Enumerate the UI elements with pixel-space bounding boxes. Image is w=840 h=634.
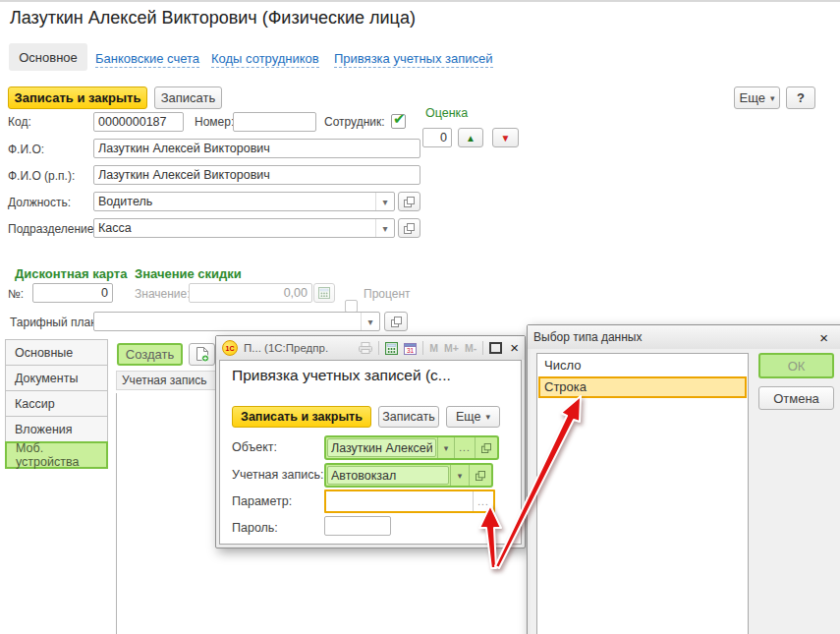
fio-genitive-field[interactable]	[93, 165, 420, 185]
object-open-button[interactable]	[475, 437, 497, 458]
chevron-down-icon[interactable]: ▾	[361, 313, 379, 330]
tab-account-bindings[interactable]: Привязка учетных записей	[334, 51, 493, 68]
cancel-button[interactable]: Отмена	[758, 386, 834, 410]
sidebar-item-mobile-devices[interactable]: Моб. устройства	[5, 441, 108, 469]
parameter-field-group[interactable]: ...	[324, 490, 495, 513]
position-label: Должность:	[8, 196, 71, 209]
tab-employee-codes[interactable]: Коды сотрудников	[211, 51, 319, 68]
rating-label: Оценка	[425, 106, 468, 120]
number-field[interactable]	[233, 112, 316, 132]
create-new-item-button[interactable]	[189, 343, 215, 366]
department-label: Подразделение:	[8, 222, 97, 236]
calendar-icon[interactable]: 31	[404, 342, 417, 355]
account-open-button[interactable]	[469, 465, 491, 486]
more-label: Еще	[456, 410, 480, 424]
account-label: Учетная запись:	[232, 468, 323, 482]
position-open-button[interactable]	[398, 192, 420, 211]
department-field[interactable]	[94, 219, 375, 237]
type-dialog-body: Число Строка ОК Отмена	[531, 349, 840, 634]
open-form-icon	[404, 197, 415, 207]
tariff-open-button[interactable]	[384, 312, 408, 331]
password-label: Пароль:	[232, 521, 278, 535]
type-list[interactable]: Число Строка	[536, 353, 749, 634]
binding-dialog-titlebar[interactable]: 1С П... (1С:Предпр. 31 M M+ M- ×	[216, 336, 525, 360]
percent-label: Процент	[364, 287, 411, 301]
arrow-down-icon: ▼	[501, 133, 511, 144]
code-label: Код:	[8, 115, 31, 129]
dialog-save-button[interactable]: Записать	[378, 406, 439, 428]
calculator-icon[interactable]	[385, 342, 398, 355]
titlebar-separator	[378, 341, 379, 355]
maximize-icon[interactable]	[489, 342, 502, 354]
help-button[interactable]: ?	[786, 86, 815, 109]
memory-plus-button[interactable]: M+	[444, 342, 459, 354]
object-label: Объект:	[232, 440, 277, 454]
tariff-combo[interactable]: ▾	[93, 312, 380, 331]
type-item-string[interactable]: Строка	[538, 376, 747, 398]
page-title: Лазуткин Алексей Викторович (Физические …	[10, 8, 416, 29]
parameter-ellipsis-button[interactable]: ...	[473, 491, 493, 511]
account-field[interactable]	[327, 466, 449, 485]
dialog-save-close-button[interactable]: Записать и закрыть	[232, 406, 371, 428]
department-open-button[interactable]	[398, 218, 420, 238]
rating-up-button[interactable]: ▲	[458, 128, 483, 147]
discount-value-field[interactable]	[189, 283, 312, 303]
object-combo[interactable]: ▾ ...	[324, 435, 499, 460]
department-combo[interactable]: ▾	[93, 218, 395, 238]
type-item-number[interactable]: Число	[538, 355, 747, 376]
dialog-more-button[interactable]: Еще▾	[446, 406, 500, 428]
close-icon[interactable]: ×	[819, 329, 828, 346]
sidebar-item-attachments[interactable]: Вложения	[5, 416, 108, 442]
chevron-down-icon[interactable]: ▾	[437, 437, 454, 458]
new-document-icon	[196, 347, 209, 363]
ok-button[interactable]: ОК	[758, 353, 834, 378]
print-icon[interactable]	[359, 342, 372, 354]
chevron-down-icon[interactable]: ▾	[375, 219, 394, 237]
top-divider	[0, 0, 840, 2]
chevron-down-icon: ▾	[770, 93, 775, 103]
sidebar-item-main[interactable]: Основные	[5, 339, 108, 366]
discount-calculator-button	[313, 283, 335, 303]
position-field[interactable]	[94, 193, 375, 210]
close-icon[interactable]: ×	[510, 342, 519, 354]
code-field[interactable]	[93, 112, 184, 132]
password-field[interactable]	[324, 516, 391, 536]
chevron-down-icon: ▾	[485, 412, 490, 422]
position-combo[interactable]: ▾	[93, 192, 395, 211]
parameter-field[interactable]	[326, 491, 473, 511]
object-field[interactable]	[327, 438, 436, 457]
save-close-button[interactable]: Записать и закрыть	[8, 86, 147, 109]
accounts-column-header[interactable]: Учетная запись	[116, 371, 218, 390]
app-window: Лазуткин Алексей Викторович (Физические …	[0, 0, 840, 634]
tab-main[interactable]: Основное	[9, 43, 87, 71]
fio-field[interactable]	[93, 139, 420, 158]
type-dialog-titlebar[interactable]: Выбор типа данных ×	[528, 325, 840, 349]
card-number-field[interactable]	[32, 283, 113, 303]
rating-down-button[interactable]: ▼	[492, 128, 519, 147]
binding-dialog: 1С П... (1С:Предпр. 31 M M+ M- × Привязк…	[215, 335, 526, 548]
account-combo[interactable]: ▾	[324, 463, 493, 488]
fio-genitive-label: Ф.И.О (р.п.):	[8, 169, 75, 183]
rating-field[interactable]	[422, 128, 452, 147]
binding-dialog-body: Привязка учетных записей (с... Записать …	[219, 360, 522, 545]
discount-card-heading: Дисконтная карта	[15, 266, 127, 281]
memory-minus-button[interactable]: M-	[465, 342, 476, 354]
tariff-label: Тарифный план:	[10, 316, 100, 329]
more-button[interactable]: Еще▾	[734, 86, 780, 109]
arrow-up-icon: ▲	[466, 133, 476, 144]
tab-bank-accounts[interactable]: Банковские счета	[95, 51, 199, 68]
employee-checkbox[interactable]: ✔	[391, 114, 406, 129]
chevron-down-icon[interactable]: ▾	[450, 465, 469, 486]
open-form-icon	[481, 443, 491, 453]
memory-button[interactable]: M	[429, 342, 438, 354]
accounts-table-border	[116, 393, 117, 634]
save-button[interactable]: Записать	[154, 86, 222, 109]
create-button[interactable]: Создать	[117, 343, 183, 366]
tariff-field[interactable]	[94, 313, 361, 330]
chevron-down-icon[interactable]: ▾	[375, 193, 394, 210]
svg-text:31: 31	[407, 346, 415, 353]
ellipsis-button[interactable]: ...	[454, 437, 475, 458]
sidebar-item-cashier[interactable]: Кассир	[5, 390, 108, 417]
sidebar-item-documents[interactable]: Документы	[5, 365, 108, 391]
discount-value-label: Значение:	[135, 287, 191, 301]
